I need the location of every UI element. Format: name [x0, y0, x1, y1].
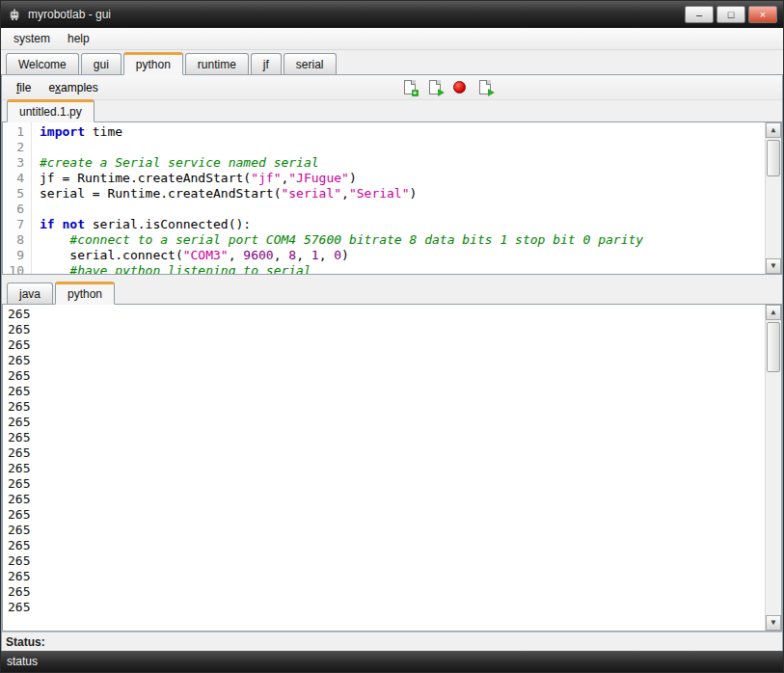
- execute-script-icon: [479, 80, 491, 94]
- status-label: Status:: [6, 635, 45, 649]
- scroll-down-icon[interactable]: ▼: [766, 615, 781, 631]
- titlebar[interactable]: myrobotlab - gui – □ ×: [1, 1, 783, 28]
- status-label-row: Status:: [2, 632, 782, 651]
- tab-python-console[interactable]: python: [55, 282, 115, 305]
- code-text-area[interactable]: import time #create a Serial service nam…: [32, 122, 781, 274]
- menu-file[interactable]: file: [8, 78, 40, 97]
- console-output[interactable]: 2652652652652652652652652652652652652652…: [2, 305, 782, 632]
- editor-tab-bar: untitled.1.py: [2, 100, 782, 122]
- tab-runtime[interactable]: runtime: [185, 53, 249, 74]
- save-script-button[interactable]: [425, 78, 444, 96]
- new-script-button[interactable]: +: [400, 78, 419, 96]
- scroll-up-icon[interactable]: ▲: [766, 305, 781, 320]
- console-text: 2652652652652652652652652652652652652652…: [3, 305, 781, 615]
- console-scroll-thumb[interactable]: [767, 322, 780, 372]
- menu-help[interactable]: help: [59, 29, 98, 48]
- maximize-button[interactable]: □: [716, 6, 745, 23]
- python-service-panel: file examples + untitled.1.py: [1, 75, 783, 651]
- python-toolbar: +: [400, 78, 494, 96]
- scroll-down-icon[interactable]: ▼: [766, 258, 781, 274]
- app-menubar: system help: [1, 28, 783, 50]
- service-tab-bar: Welcome gui python runtime jf serial: [1, 50, 783, 75]
- code-editor[interactable]: 12345678910 import time #create a Serial…: [2, 122, 782, 275]
- new-script-icon: +: [404, 80, 416, 94]
- app-icon: [7, 7, 22, 22]
- line-number-gutter: 12345678910: [3, 122, 32, 274]
- scroll-up-icon[interactable]: ▲: [766, 122, 781, 138]
- tab-jf[interactable]: jf: [251, 53, 282, 74]
- minimize-button[interactable]: –: [685, 6, 714, 23]
- console-scrollbar[interactable]: ▲ ▼: [765, 305, 781, 631]
- menu-system[interactable]: system: [5, 29, 59, 48]
- tab-welcome[interactable]: Welcome: [6, 53, 79, 74]
- tab-serial[interactable]: serial: [284, 53, 337, 74]
- app-window: myrobotlab - gui – □ × system help Welco…: [0, 0, 784, 673]
- tab-untitled-1-py[interactable]: untitled.1.py: [7, 99, 95, 122]
- tab-python[interactable]: python: [123, 52, 183, 75]
- window-title: myrobotlab - gui: [28, 8, 111, 21]
- execute-script-button[interactable]: [475, 78, 494, 96]
- tab-java-console[interactable]: java: [7, 283, 53, 304]
- statusbar-text: status: [7, 655, 38, 668]
- close-button[interactable]: ×: [748, 6, 777, 23]
- menu-examples[interactable]: examples: [40, 78, 106, 97]
- tab-gui[interactable]: gui: [81, 53, 122, 74]
- window-controls: – □ ×: [685, 6, 777, 23]
- statusbar: status: [1, 651, 783, 672]
- save-script-icon: [429, 80, 441, 94]
- editor-scroll-thumb[interactable]: [767, 140, 780, 176]
- record-button[interactable]: [450, 78, 469, 96]
- python-menubar: file examples +: [2, 75, 782, 100]
- record-icon: [453, 81, 466, 94]
- console-tab-bar: java python: [2, 283, 782, 305]
- editor-scrollbar[interactable]: ▲ ▼: [765, 122, 781, 274]
- split-divider[interactable]: [2, 275, 782, 283]
